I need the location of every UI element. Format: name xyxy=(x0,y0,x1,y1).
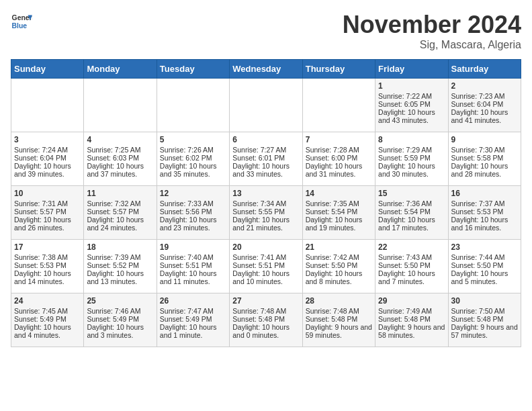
week-row-2: 3Sunrise: 7:24 AMSunset: 6:04 PMDaylight… xyxy=(11,132,521,186)
day-info: Sunset: 5:49 PM xyxy=(87,315,153,323)
day-number: 26 xyxy=(160,296,226,306)
calendar-cell: 14Sunrise: 7:35 AMSunset: 5:54 PMDayligh… xyxy=(302,186,375,240)
day-number: 11 xyxy=(87,189,153,198)
day-info: Sunrise: 7:25 AM xyxy=(87,146,153,154)
calendar-cell: 28Sunrise: 7:48 AMSunset: 5:48 PMDayligh… xyxy=(302,293,375,347)
calendar-cell: 25Sunrise: 7:46 AMSunset: 5:49 PMDayligh… xyxy=(84,293,157,347)
day-info: Daylight: 10 hours and 41 minutes. xyxy=(451,108,518,124)
day-info: Daylight: 10 hours and 1 minute. xyxy=(160,323,226,339)
day-info: Sunset: 5:50 PM xyxy=(378,261,445,269)
day-info: Daylight: 10 hours and 43 minutes. xyxy=(378,108,445,124)
calendar-cell: 19Sunrise: 7:40 AMSunset: 5:51 PMDayligh… xyxy=(157,240,229,293)
day-info: Sunrise: 7:47 AM xyxy=(160,307,226,315)
week-row-4: 17Sunrise: 7:38 AMSunset: 5:53 PMDayligh… xyxy=(11,240,521,293)
day-info: Sunset: 5:48 PM xyxy=(451,315,518,323)
calendar-cell: 10Sunrise: 7:31 AMSunset: 5:57 PMDayligh… xyxy=(11,186,84,240)
day-number: 29 xyxy=(378,296,445,306)
calendar-cell: 15Sunrise: 7:36 AMSunset: 5:54 PMDayligh… xyxy=(375,186,448,240)
day-info: Sunrise: 7:46 AM xyxy=(87,307,153,315)
day-info: Sunset: 6:04 PM xyxy=(14,154,81,162)
day-info: Daylight: 10 hours and 21 minutes. xyxy=(232,216,299,232)
day-info: Daylight: 10 hours and 17 minutes. xyxy=(378,216,445,232)
day-info: Daylight: 10 hours and 19 minutes. xyxy=(306,216,372,232)
day-info: Sunrise: 7:44 AM xyxy=(451,253,518,261)
day-info: Sunrise: 7:45 AM xyxy=(14,307,81,315)
day-info: Daylight: 10 hours and 5 minutes. xyxy=(451,269,518,285)
weekday-header-sunday: Sunday xyxy=(11,60,84,79)
calendar-cell: 22Sunrise: 7:43 AMSunset: 5:50 PMDayligh… xyxy=(375,240,448,293)
day-info: Sunset: 5:51 PM xyxy=(232,261,299,269)
day-info: Sunset: 5:49 PM xyxy=(160,315,226,323)
day-info: Daylight: 10 hours and 14 minutes. xyxy=(14,269,81,285)
day-info: Sunrise: 7:22 AM xyxy=(378,92,445,100)
calendar-cell: 30Sunrise: 7:50 AMSunset: 5:48 PMDayligh… xyxy=(448,293,521,347)
day-info: Sunrise: 7:48 AM xyxy=(232,307,299,315)
day-info: Sunset: 5:53 PM xyxy=(451,208,518,216)
calendar-cell: 13Sunrise: 7:34 AMSunset: 5:55 PMDayligh… xyxy=(230,186,302,240)
svg-text:Blue: Blue xyxy=(12,22,28,30)
day-number: 17 xyxy=(14,242,81,252)
calendar-cell: 18Sunrise: 7:39 AMSunset: 5:52 PMDayligh… xyxy=(84,240,157,293)
day-info: Daylight: 10 hours and 39 minutes. xyxy=(14,162,81,178)
day-info: Sunset: 5:56 PM xyxy=(160,208,226,216)
day-number: 13 xyxy=(232,189,299,198)
day-number: 8 xyxy=(378,135,445,144)
calendar-cell: 12Sunrise: 7:33 AMSunset: 5:56 PMDayligh… xyxy=(157,186,229,240)
day-info: Sunset: 6:04 PM xyxy=(451,100,518,108)
calendar-cell: 11Sunrise: 7:32 AMSunset: 5:57 PMDayligh… xyxy=(84,186,157,240)
day-info: Sunrise: 7:37 AM xyxy=(451,199,518,208)
day-info: Daylight: 10 hours and 11 minutes. xyxy=(160,269,226,285)
title-area: November 2024 Sig, Mascara, Algeria xyxy=(343,11,521,51)
day-number: 28 xyxy=(306,296,372,306)
day-number: 16 xyxy=(451,189,518,198)
day-number: 23 xyxy=(451,242,518,252)
day-info: Daylight: 10 hours and 13 minutes. xyxy=(87,269,153,285)
day-info: Sunrise: 7:40 AM xyxy=(160,253,226,261)
weekday-header-saturday: Saturday xyxy=(448,60,521,79)
calendar-cell: 4Sunrise: 7:25 AMSunset: 6:03 PMDaylight… xyxy=(84,132,157,186)
day-info: Sunset: 5:48 PM xyxy=(306,315,372,323)
calendar-cell xyxy=(84,79,157,132)
calendar-cell: 21Sunrise: 7:42 AMSunset: 5:50 PMDayligh… xyxy=(302,240,375,293)
day-info: Sunrise: 7:43 AM xyxy=(378,253,445,261)
calendar-cell xyxy=(11,79,84,132)
calendar-cell: 20Sunrise: 7:41 AMSunset: 5:51 PMDayligh… xyxy=(230,240,302,293)
calendar-cell: 1Sunrise: 7:22 AMSunset: 6:05 PMDaylight… xyxy=(375,79,448,132)
calendar-cell: 3Sunrise: 7:24 AMSunset: 6:04 PMDaylight… xyxy=(11,132,84,186)
calendar-cell xyxy=(157,79,229,132)
calendar-cell: 29Sunrise: 7:49 AMSunset: 5:48 PMDayligh… xyxy=(375,293,448,347)
calendar-cell: 2Sunrise: 7:23 AMSunset: 6:04 PMDaylight… xyxy=(448,79,521,132)
day-info: Sunset: 5:52 PM xyxy=(87,261,153,269)
week-row-3: 10Sunrise: 7:31 AMSunset: 5:57 PMDayligh… xyxy=(11,186,521,240)
day-info: Sunrise: 7:34 AM xyxy=(232,199,299,208)
calendar-cell: 7Sunrise: 7:28 AMSunset: 6:00 PMDaylight… xyxy=(302,132,375,186)
day-info: Sunset: 6:05 PM xyxy=(378,100,445,108)
day-number: 22 xyxy=(378,242,445,252)
logo-icon: General Blue xyxy=(11,11,32,32)
day-number: 20 xyxy=(232,242,299,252)
day-info: Sunset: 5:50 PM xyxy=(306,261,372,269)
day-info: Sunrise: 7:42 AM xyxy=(306,253,372,261)
weekday-header-tuesday: Tuesday xyxy=(157,60,229,79)
header: General Blue November 2024 Sig, Mascara,… xyxy=(11,11,521,51)
day-info: Sunrise: 7:32 AM xyxy=(87,199,153,208)
weekday-header-wednesday: Wednesday xyxy=(230,60,302,79)
day-number: 9 xyxy=(451,135,518,144)
day-info: Sunrise: 7:35 AM xyxy=(306,199,372,208)
day-info: Sunset: 5:58 PM xyxy=(451,154,518,162)
day-info: Sunrise: 7:24 AM xyxy=(14,146,81,154)
day-info: Sunset: 5:53 PM xyxy=(14,261,81,269)
day-number: 25 xyxy=(87,296,153,306)
day-info: Daylight: 10 hours and 35 minutes. xyxy=(160,162,226,178)
day-info: Daylight: 10 hours and 31 minutes. xyxy=(306,162,372,178)
day-info: Daylight: 9 hours and 59 minutes. xyxy=(306,323,372,339)
day-info: Sunrise: 7:26 AM xyxy=(160,146,226,154)
day-info: Daylight: 10 hours and 7 minutes. xyxy=(378,269,445,285)
day-info: Sunrise: 7:49 AM xyxy=(378,307,445,315)
day-info: Sunrise: 7:33 AM xyxy=(160,199,226,208)
day-info: Sunset: 5:48 PM xyxy=(232,315,299,323)
day-number: 18 xyxy=(87,242,153,252)
day-number: 21 xyxy=(306,242,372,252)
day-info: Sunrise: 7:41 AM xyxy=(232,253,299,261)
day-info: Sunset: 6:01 PM xyxy=(232,154,299,162)
